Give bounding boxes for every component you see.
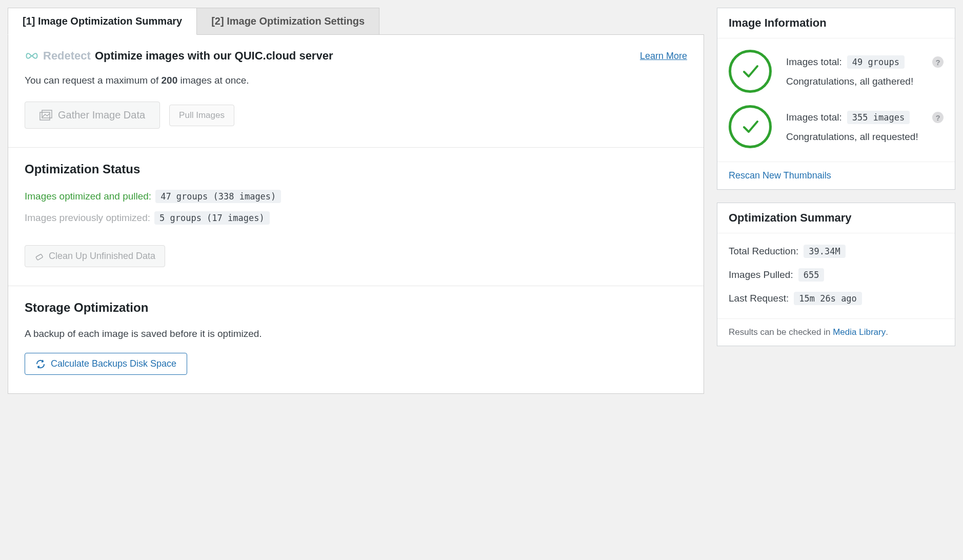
tab-settings[interactable]: [2] Image Optimization Settings — [196, 8, 379, 35]
info-images-row: Images total: 355 images ? Congratulatio… — [729, 105, 944, 148]
main-column: [1] Image Optimization Summary [2] Image… — [8, 8, 704, 394]
max-desc: You can request a maximum of 200 images … — [25, 75, 687, 86]
status-optimized-pulled: Images optimized and pulled: 47 groups (… — [25, 190, 687, 203]
svg-rect-1 — [42, 110, 52, 118]
image-information-box: Image Information Images total: 49 group… — [717, 8, 955, 190]
rescan-thumbnails-link[interactable]: Rescan New Thumbnails — [729, 170, 831, 181]
calculate-backups-button[interactable]: Calculate Backups Disk Space — [25, 353, 187, 375]
storage-desc: A backup of each image is saved before i… — [25, 328, 687, 339]
refresh-icon — [35, 359, 46, 369]
image-info-heading: Image Information — [717, 8, 955, 38]
optimization-summary-box: Optimization Summary Total Reduction: 39… — [717, 203, 955, 346]
clean-up-button[interactable]: Clean Up Unfinished Data — [25, 245, 165, 267]
infinity-icon — [25, 51, 39, 61]
success-check-icon — [729, 50, 772, 93]
svg-rect-2 — [36, 254, 43, 260]
info-groups-row: Images total: 49 groups ? Congratulation… — [729, 50, 944, 93]
gallery-icon — [39, 110, 53, 121]
help-icon[interactable]: ? — [932, 56, 944, 68]
svg-rect-0 — [40, 112, 50, 120]
status-prev-optimized: Images previously optimized: 5 groups (1… — [25, 211, 687, 225]
section-status: Optimization Status Images optimized and… — [8, 147, 704, 286]
section-storage: Storage Optimization A backup of each im… — [8, 286, 704, 393]
storage-heading: Storage Optimization — [25, 301, 687, 315]
redetect-button[interactable]: Redetect — [25, 49, 91, 63]
success-check-icon — [729, 105, 772, 148]
info-images-message: Congratulations, all requested! — [786, 131, 944, 143]
help-icon[interactable]: ? — [932, 112, 944, 123]
tabs: [1] Image Optimization Summary [2] Image… — [8, 8, 704, 35]
last-request-line: Last Request: 15m 26s ago — [729, 292, 944, 305]
redetect-label: Redetect — [43, 49, 91, 63]
gather-image-data-button[interactable]: Gather Image Data — [25, 102, 160, 129]
status-heading: Optimization Status — [25, 162, 687, 176]
tab-content: Redetect Optimize images with our QUIC.c… — [8, 34, 704, 394]
info-groups-message: Congratulations, all gathered! — [786, 76, 944, 87]
optimization-summary-heading: Optimization Summary — [717, 203, 955, 233]
total-reduction-line: Total Reduction: 39.34M — [729, 245, 944, 258]
sidebar-column: Image Information Images total: 49 group… — [717, 8, 955, 394]
learn-more-link[interactable]: Learn More — [640, 51, 687, 62]
optimize-title: Optimize images with our QUIC.cloud serv… — [95, 49, 333, 63]
pull-images-button[interactable]: Pull Images — [169, 105, 234, 126]
images-pulled-line: Images Pulled: 655 — [729, 268, 944, 282]
eraser-icon — [34, 252, 44, 261]
summary-footer: Results can be checked in Media Library. — [717, 318, 955, 346]
media-library-link[interactable]: Media Library — [833, 327, 886, 337]
tab-summary[interactable]: [1] Image Optimization Summary — [8, 8, 197, 35]
section-optimize: Redetect Optimize images with our QUIC.c… — [8, 35, 704, 147]
